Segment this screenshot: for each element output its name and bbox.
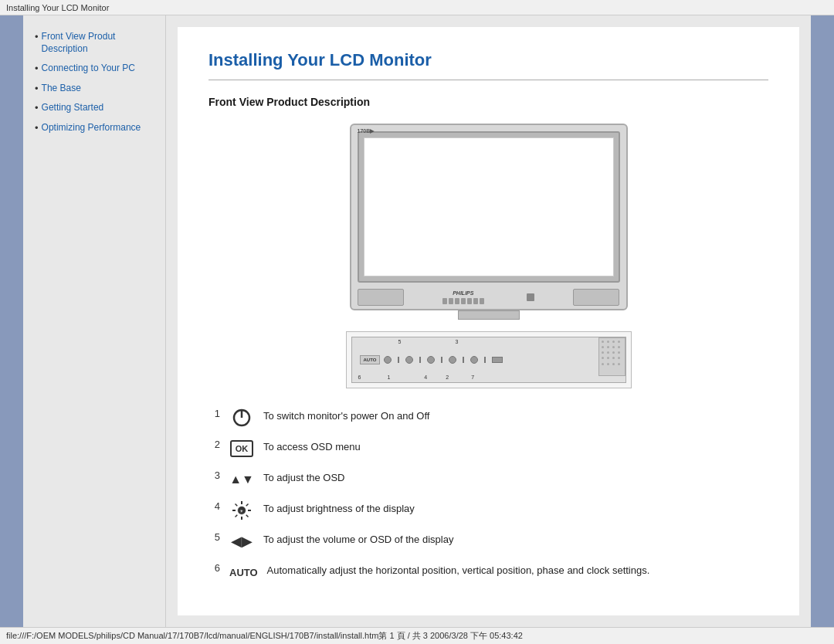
- monitor-stand: [458, 310, 520, 320]
- feature-desc-4: To adjust brightness of the display: [263, 500, 415, 516]
- sidebar-item-0[interactable]: Front View Produt Description: [35, 31, 158, 55]
- monitor-brand-label: PHILIPS: [453, 290, 473, 296]
- feature-num-2: 2: [208, 439, 220, 450]
- panel-divider: [463, 357, 464, 363]
- monitor-speaker-right: [573, 289, 619, 306]
- panel-circle-5: [470, 356, 478, 364]
- monitor-brand-small: 170B▶: [358, 128, 375, 134]
- monitor-screen: [364, 137, 614, 276]
- feature-desc-2: To access OSD menu: [263, 439, 361, 454]
- panel-num-4: 4: [424, 375, 427, 380]
- sidebar-link-3[interactable]: Getting Started: [42, 102, 104, 114]
- monitor-outer: 170B▶ PHILIPS: [350, 124, 628, 310]
- monitor-base-area: PHILIPS: [358, 286, 620, 309]
- title-divider: [208, 80, 768, 80]
- panel-circle-3: [427, 356, 435, 364]
- monitor-ctrl-btn: [480, 298, 484, 304]
- svg-line-8: [246, 515, 249, 517]
- section-heading: Front View Product Description: [208, 96, 768, 108]
- sidebar-item-3[interactable]: Getting Started: [35, 102, 158, 114]
- svg-line-7: [236, 504, 238, 507]
- monitor-ctrl-btn: [442, 298, 447, 304]
- monitor-ctrl-btn: [449, 298, 453, 304]
- auto-text: AUTO: [229, 567, 258, 578]
- panel-circle-2: [405, 356, 413, 364]
- panel-buttons-row: [384, 356, 617, 364]
- panel-auto-btn-visual: AUTO: [360, 355, 381, 364]
- panel-top-numbers: 5 3: [398, 339, 459, 344]
- sidebar-item-2[interactable]: The Base: [35, 83, 158, 95]
- feature-num-1: 1: [208, 408, 220, 419]
- feature-item-3: 3 ▲▼ To adjust the OSD: [208, 469, 768, 490]
- panel-top-num-3: 3: [455, 339, 458, 344]
- sidebar-item-4[interactable]: Optimizing Performance: [35, 122, 158, 134]
- page-title: Installing Your LCD Monitor: [208, 50, 768, 70]
- arrow-icon: ▲▼: [229, 473, 254, 486]
- feature-num-6: 6: [208, 562, 220, 574]
- sidebar-nav: Front View Produt Description Connecting…: [35, 31, 158, 134]
- panel-circle-1: [384, 356, 392, 364]
- control-panel-inner: 5 3 AUTO: [351, 337, 626, 383]
- panel-divider: [484, 357, 486, 363]
- sidebar-link-2[interactable]: The Base: [42, 83, 81, 95]
- power-icon: [229, 408, 254, 428]
- feature-item-1: 1 To switch monitor's power On and Off: [208, 408, 768, 428]
- main-layout: Front View Produt Description Connecting…: [0, 15, 834, 627]
- sidebar-link-0[interactable]: Front View Produt Description: [42, 31, 158, 55]
- monitor-ctrl-btn: [455, 298, 459, 304]
- feature-list: 1 To switch monitor's power On and Off 2…: [208, 408, 768, 582]
- feature-item-5: 5 ◀▶ To adjust the volume or OSD of the …: [208, 531, 768, 551]
- updown-arrow-icon: ▲▼: [229, 469, 254, 490]
- feature-desc-5: To adjust the volume or OSD of the displ…: [263, 531, 453, 547]
- auto-label-icon: AUTO: [229, 562, 258, 582]
- title-bar-text: Installing Your LCD Monitor: [6, 3, 109, 12]
- feature-desc-1: To switch monitor's power On and Off: [263, 408, 429, 423]
- left-accent: [0, 15, 23, 627]
- monitor-screen-bezel: [358, 131, 620, 283]
- monitor-ctrl-btn: [467, 298, 472, 304]
- brightness-icon: ☀: [229, 500, 254, 520]
- sidebar-link-4[interactable]: Optimizing Performance: [42, 122, 141, 134]
- svg-line-9: [246, 504, 249, 507]
- panel-bottom-nums: 6 1 4 2 7: [358, 375, 475, 380]
- leftright-arrow-icon: ◀▶: [229, 531, 254, 551]
- panel-divider: [419, 357, 421, 363]
- feature-item-2: 2 OK To access OSD menu: [208, 439, 768, 459]
- monitor-power-btn-visual: [527, 293, 534, 301]
- sidebar-item-1[interactable]: Connecting to Your PC: [35, 63, 158, 75]
- monitor-ctrl-btn: [473, 298, 478, 304]
- feature-num-3: 3: [208, 469, 220, 481]
- feature-desc-3: To adjust the OSD: [263, 469, 345, 485]
- control-panel-diagram: 5 3 AUTO: [346, 331, 632, 388]
- right-accent: [811, 15, 834, 627]
- status-bar: file:///F:/OEM MODELS/philips/CD Manual/…: [0, 627, 834, 644]
- status-bar-text: file:///F:/OEM MODELS/philips/CD Manual/…: [6, 630, 523, 642]
- monitor-illustration: 170B▶ PHILIPS: [208, 124, 768, 320]
- panel-divider: [441, 357, 442, 363]
- panel-num-1: 1: [387, 375, 390, 380]
- svg-line-10: [236, 515, 238, 517]
- panel-rect-btn: [492, 357, 503, 363]
- ok-icon: OK: [229, 439, 254, 459]
- panel-speaker-grill: [598, 337, 626, 376]
- feature-desc-6: Automatically adjust the horizontal posi…: [267, 562, 650, 578]
- content-wrapper: Installing Your LCD Monitor Front View P…: [166, 15, 811, 627]
- feature-num-5: 5: [208, 531, 220, 543]
- sidebar-link-1[interactable]: Connecting to Your PC: [42, 63, 135, 75]
- monitor-speaker-left: [358, 289, 404, 306]
- lr-arrow-icon: ◀▶: [231, 533, 253, 550]
- feature-item-6: 6 AUTO Automatically adjust the horizont…: [208, 562, 768, 582]
- panel-num-7: 7: [471, 375, 474, 380]
- feature-item-4: 4 ☀: [208, 500, 768, 520]
- panel-top-num-5: 5: [398, 339, 402, 344]
- title-bar: Installing Your LCD Monitor: [0, 0, 834, 15]
- monitor-ctrl-btn: [461, 298, 466, 304]
- panel-circle-4: [449, 356, 456, 364]
- ok-button-icon: OK: [230, 440, 253, 457]
- sidebar: Front View Produt Description Connecting…: [23, 15, 166, 627]
- panel-num-6: 6: [358, 375, 361, 380]
- panel-divider: [398, 357, 399, 363]
- svg-text:☀: ☀: [239, 509, 243, 514]
- panel-num-2: 2: [446, 375, 449, 380]
- feature-num-4: 4: [208, 500, 220, 512]
